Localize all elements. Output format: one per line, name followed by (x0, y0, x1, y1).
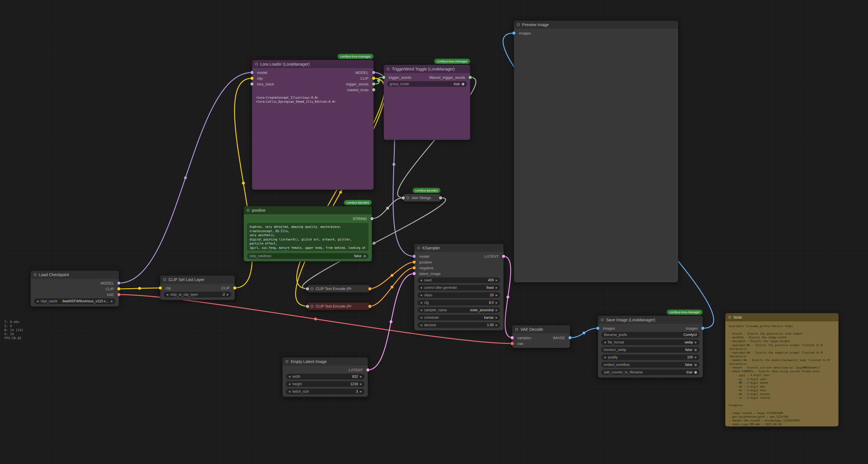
next-arrow-icon[interactable]: ▶ (496, 324, 498, 326)
collapse-toggle-icon[interactable] (311, 287, 313, 290)
prev-arrow-icon[interactable]: ◀ (166, 293, 168, 296)
collapse-toggle-icon[interactable] (517, 23, 520, 26)
collapse-toggle-icon[interactable] (728, 316, 731, 319)
node-vae-decode[interactable]: VAE Decode samples IMAGE vae (512, 325, 570, 348)
group-mode-toggle[interactable]: group_mode true (387, 81, 467, 87)
clip-output-port[interactable] (233, 287, 236, 290)
prev-arrow-icon[interactable]: ◀ (420, 294, 422, 297)
note-text[interactable]: Available filename_prefix Pattern Codes … (725, 321, 838, 426)
collapse-toggle-icon[interactable] (163, 278, 166, 281)
node-join-strings[interactable]: comfyui-kjnodes Join Strings (403, 194, 441, 202)
negative-input-port[interactable] (412, 266, 416, 269)
node-triggerword-toggle[interactable]: comfyui-lora-manager TriggerWord Toggle … (383, 65, 470, 140)
string-input-port[interactable] (402, 196, 405, 199)
strip-newlines-toggle[interactable]: strip_newlines false (247, 253, 369, 259)
node-title-bar[interactable]: KSampler (414, 244, 503, 252)
collapse-toggle-icon[interactable] (34, 273, 36, 276)
collapse-toggle-icon[interactable] (311, 305, 313, 308)
collapse-toggle-icon[interactable] (406, 197, 409, 199)
prompt-textarea[interactable]: highres, very detailed, amazing quality,… (247, 223, 369, 251)
samples-input-port[interactable] (510, 336, 514, 340)
collapse-toggle-icon[interactable] (255, 63, 258, 65)
vae-output-port[interactable] (117, 293, 121, 296)
prev-arrow-icon[interactable]: ◀ (604, 356, 606, 359)
toggle-dot-icon[interactable] (694, 364, 697, 366)
next-arrow-icon[interactable]: ▶ (496, 316, 498, 319)
node-title-bar[interactable]: Load Checkpoint (31, 271, 119, 279)
next-arrow-icon[interactable]: ▶ (111, 300, 113, 302)
prev-arrow-icon[interactable]: ◀ (288, 383, 290, 385)
quality-widget[interactable]: ◀ quality 100 ▶ (601, 354, 700, 360)
next-arrow-icon[interactable]: ▶ (695, 341, 697, 344)
images-output-port[interactable] (701, 327, 704, 330)
loaded-loras-output-port[interactable] (372, 88, 375, 91)
node-empty-latent-image[interactable]: Empty Latent Image LATENT ◀ width 832 ▶ … (282, 357, 368, 397)
node-title-bar[interactable]: Lora Loader (LoraManager) (252, 60, 373, 68)
model-output-port[interactable] (372, 71, 375, 74)
trigger-words-input-port[interactable] (382, 76, 385, 79)
node-title-bar[interactable]: TriggerWord Toggle (LoraManager) (384, 65, 470, 73)
steps-widget[interactable]: ◀ steps 20 ▶ (417, 292, 500, 298)
sampler-name-widget[interactable]: ◀ sampler_name euler_ancestral ▶ (417, 307, 500, 313)
toggle-dot-icon[interactable] (694, 371, 697, 374)
clip-input-port[interactable] (159, 287, 162, 290)
conditioning-output-port[interactable] (368, 287, 371, 290)
node-clip-text-encode-negative[interactable]: CLIP Text Encode (Pr (307, 302, 370, 310)
node-clip-set-last-layer[interactable]: CLIP Set Last Layer clip CLIP ◀ stop_at_… (160, 275, 235, 300)
node-positive-prompt[interactable]: comfyui-kjnodes positive STRING highres,… (244, 206, 372, 261)
latent-output-port[interactable] (366, 369, 369, 372)
node-title-bar[interactable]: Note (725, 313, 838, 321)
denoise-widget[interactable]: ◀ denoise 1.00 ▶ (417, 322, 500, 328)
prev-arrow-icon[interactable]: ◀ (420, 316, 422, 319)
node-save-image[interactable]: comfyui-lora-manager Save Image (LoraMan… (598, 316, 703, 378)
next-arrow-icon[interactable]: ▶ (496, 279, 498, 282)
node-lora-loader[interactable]: comfyui-lora-manager Lora Loader (LoraMa… (252, 60, 374, 190)
node-title-bar[interactable]: positive (244, 206, 372, 214)
toggle-dot-icon[interactable] (462, 83, 464, 85)
next-arrow-icon[interactable]: ▶ (360, 383, 362, 385)
conditioning-output-port[interactable] (368, 304, 371, 308)
collapse-toggle-icon[interactable] (285, 360, 288, 363)
filename-prefix-widget[interactable]: filename_prefix ComfyUI (601, 332, 700, 338)
stop-at-clip-layer-widget[interactable]: ◀ stop_at_clip_layer -2 ▶ (164, 292, 231, 297)
node-title-bar[interactable]: CLIP Set Last Layer (160, 276, 235, 284)
prev-arrow-icon[interactable]: ◀ (288, 375, 290, 378)
control-after-generate-widget[interactable]: ◀ control after generate fixed ▶ (417, 285, 500, 291)
node-title-bar[interactable]: VAE Decode (513, 325, 570, 334)
lora-syntax-text[interactable]: <lora:CreateConcept_Illustrious:0.8> <lo… (256, 96, 370, 104)
prev-arrow-icon[interactable]: ◀ (420, 309, 422, 312)
latent-output-port[interactable] (502, 255, 505, 258)
node-title-bar[interactable]: Empty Latent Image (283, 357, 368, 366)
next-arrow-icon[interactable]: ▶ (227, 293, 229, 296)
toggle-dot-icon[interactable] (364, 255, 366, 257)
width-widget[interactable]: ◀ width 832 ▶ (286, 374, 365, 379)
node-title-bar[interactable]: Save Image (LoraManager) (598, 316, 703, 324)
ckpt-name-widget[interactable]: ◀ ckpt_name ilwaiNSFWIllustrious_v110.s…… (34, 298, 116, 304)
string-output-port[interactable] (370, 217, 373, 220)
next-arrow-icon[interactable]: ▶ (496, 294, 498, 297)
collapse-toggle-icon[interactable] (387, 67, 390, 70)
next-arrow-icon[interactable]: ▶ (496, 286, 498, 289)
prev-arrow-icon[interactable]: ◀ (420, 286, 422, 289)
next-arrow-icon[interactable]: ▶ (695, 356, 697, 359)
embed-workflow-toggle[interactable]: embed_workflow false (601, 362, 700, 368)
cfg-widget[interactable]: ◀ cfg 8.0 ▶ (417, 300, 500, 306)
collapse-toggle-icon[interactable] (247, 209, 250, 212)
node-ksampler[interactable]: KSampler model LATENT positive negative … (414, 244, 504, 330)
node-note[interactable]: Note Available filename_prefix Pattern C… (725, 313, 839, 427)
collapse-toggle-icon[interactable] (515, 328, 518, 331)
lora-stack-input-port[interactable] (250, 83, 254, 86)
positive-input-port[interactable] (412, 261, 416, 264)
prev-arrow-icon[interactable]: ◀ (288, 390, 290, 393)
next-arrow-icon[interactable]: ▶ (496, 301, 498, 304)
collapse-toggle-icon[interactable] (417, 246, 420, 250)
string-output-port[interactable] (439, 196, 442, 199)
images-input-port[interactable] (513, 32, 516, 35)
trigger-words-output-port[interactable] (372, 83, 375, 86)
next-arrow-icon[interactable]: ▶ (496, 309, 498, 312)
node-preview-image[interactable]: Preview Image images (514, 21, 678, 283)
prev-arrow-icon[interactable]: ◀ (420, 301, 422, 304)
add-counter-to-filename-toggle[interactable]: add_counter_to_filename true (601, 369, 700, 375)
height-widget[interactable]: ◀ height 1216 ▶ (286, 381, 365, 387)
toggle-dot-icon[interactable] (694, 349, 697, 351)
